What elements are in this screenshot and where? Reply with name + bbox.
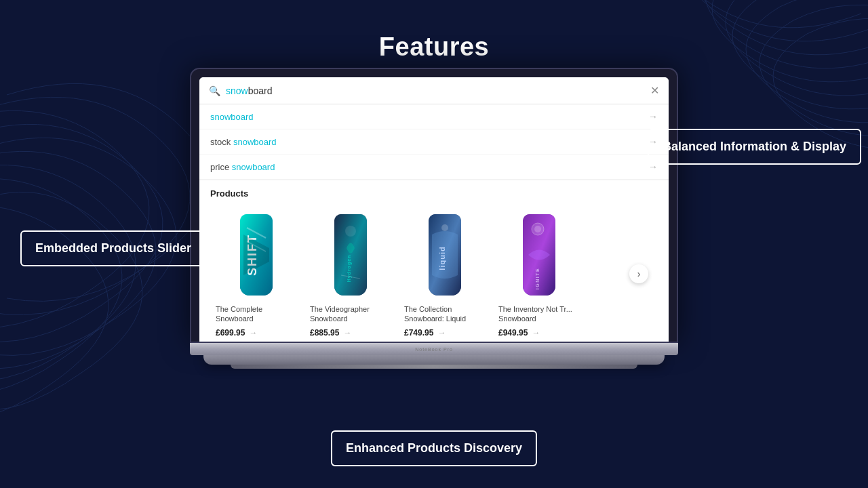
- product-price-row-2: £885.95 →: [310, 328, 391, 338]
- product-price-row-3: £749.95 →: [404, 328, 485, 338]
- product-card-1[interactable]: SHIFT The Complete Snowboard £699.95: [210, 205, 302, 342]
- svg-text:IGNITE: IGNITE: [535, 268, 540, 289]
- product-card-3[interactable]: liquid The Collection Snowboard: Liquid …: [399, 205, 490, 342]
- suggestion-text-3: price snowboard: [210, 162, 275, 172]
- laptop-bottom: [203, 355, 665, 365]
- product-price-4: £949.95: [498, 328, 528, 338]
- search-icon: 🔍: [209, 85, 220, 96]
- product-name-2: The Videographer Snowboard: [310, 304, 391, 324]
- product-card-2[interactable]: Hydrogen The Videographer Snowboard £885…: [304, 205, 396, 342]
- svg-point-7: [441, 224, 448, 231]
- product-image-3: liquid: [404, 211, 485, 299]
- balanced-info-label: Balanced Information & Display: [648, 129, 861, 165]
- product-arrow-3: →: [437, 328, 446, 338]
- search-query: snowboard: [226, 85, 645, 96]
- screen-content: 🔍 snowboard ✕ snowboard → stock snowboar…: [199, 77, 669, 342]
- embedded-products-label: Embedded Products Slider: [20, 230, 206, 266]
- product-image-1: SHIFT: [216, 211, 296, 299]
- page-title: Features: [379, 33, 489, 62]
- product-name-3: The Collection Snowboard: Liquid: [404, 304, 485, 324]
- snowboard-1: SHIFT: [240, 214, 273, 296]
- suggestion-1[interactable]: snowboard →: [199, 104, 669, 129]
- search-highlight: snow: [226, 85, 248, 96]
- products-section: Products: [199, 180, 669, 342]
- arrow-icon-1: →: [648, 111, 658, 122]
- close-icon[interactable]: ✕: [650, 84, 659, 97]
- suggestion-3[interactable]: price snowboard →: [199, 155, 669, 180]
- search-bar: 🔍 snowboard ✕: [199, 77, 669, 104]
- product-arrow-2: →: [343, 328, 351, 338]
- snowboard-3: liquid: [429, 214, 461, 296]
- search-rest: board: [248, 85, 273, 96]
- laptop-base: NoteBook Pro: [190, 343, 678, 355]
- product-card-4[interactable]: IGNITE The Inventory Not Tr... Snowboard…: [493, 205, 585, 342]
- suggestions-list: snowboard → stock snowboard → price snow…: [199, 104, 669, 180]
- products-label: Products: [210, 188, 658, 199]
- laptop-brand: NoteBook Pro: [415, 347, 453, 352]
- laptop-mockup: 🔍 snowboard ✕ snowboard → stock snowboar…: [190, 68, 678, 369]
- product-arrow-4: →: [532, 328, 540, 338]
- suggestion-2[interactable]: stock snowboard →: [199, 129, 669, 155]
- snowboard-4: IGNITE: [523, 214, 555, 296]
- products-slider: SHIFT The Complete Snowboard £699.95: [210, 205, 658, 342]
- product-name-4: The Inventory Not Tr... Snowboard: [498, 304, 579, 324]
- svg-text:Hydrogen: Hydrogen: [347, 255, 352, 283]
- product-image-4: IGNITE: [498, 211, 579, 299]
- product-name-1: The Complete Snowboard: [216, 304, 296, 324]
- product-price-2: £885.95: [310, 328, 339, 338]
- snowboard-2: Hydrogen: [334, 214, 367, 296]
- product-price-row-1: £699.95 →: [216, 328, 296, 338]
- product-image-2: Hydrogen: [310, 211, 391, 299]
- enhanced-discovery-label: Enhanced Products Discovery: [331, 430, 537, 466]
- svg-text:liquid: liquid: [438, 246, 446, 270]
- svg-point-3: [345, 226, 356, 237]
- products-row: SHIFT The Complete Snowboard £699.95: [210, 205, 658, 342]
- slider-next-button[interactable]: ›: [629, 264, 648, 283]
- svg-point-10: [534, 226, 541, 232]
- laptop-screen: 🔍 snowboard ✕ snowboard → stock snowboar…: [190, 68, 678, 343]
- product-arrow-1: →: [249, 328, 257, 338]
- product-price-3: £749.95: [404, 328, 433, 338]
- product-price-row-4: £949.95 →: [498, 328, 579, 338]
- suggestion-text-2: stock snowboard: [210, 137, 277, 147]
- product-price-1: £699.95: [216, 328, 245, 338]
- suggestion-text-1: snowboard: [210, 112, 254, 122]
- laptop-foot: [231, 365, 637, 369]
